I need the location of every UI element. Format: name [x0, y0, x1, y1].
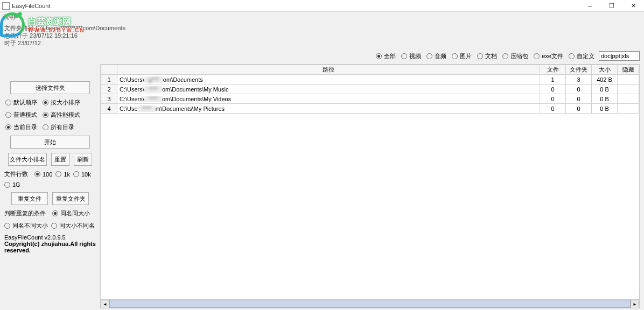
results-table: 路径 文件 文件夹 大小 隐藏 1C:\Users\g***om\Documen… [100, 64, 640, 308]
col-files[interactable]: 文件 [540, 65, 566, 75]
cell-path: C:\Users\g***om\Documents [117, 75, 540, 84]
table-row[interactable]: 1C:\Users\g***om\Documents13402 B [101, 75, 639, 84]
filter-all[interactable]: 全部 [376, 52, 396, 60]
minimize-button[interactable]: ─ [579, 0, 601, 12]
radio-label: 所有目录 [51, 123, 74, 131]
col-path[interactable]: 路径 [117, 65, 540, 75]
row-number: 3 [101, 94, 117, 104]
radio-label: 压缩包 [510, 52, 528, 60]
filter-archive[interactable]: 压缩包 [502, 52, 528, 60]
cell-folders: 0 [566, 84, 592, 94]
app-icon [2, 2, 10, 10]
radio-rows-1k[interactable]: 1k [55, 171, 70, 178]
row-number: 2 [101, 84, 117, 94]
cell-path: C:\Users\****om\Documents\My Videos [117, 94, 540, 104]
filter-video[interactable]: 视频 [401, 52, 421, 60]
info-stat-time: 总统计于 23/07/12 19:21:16 [4, 32, 640, 39]
rows-label: 文件行数 [4, 170, 28, 178]
col-hidden[interactable]: 隐藏 [618, 65, 639, 75]
radio-all-dir[interactable]: 所有目录 [43, 123, 74, 131]
radio-label: 同名同大小 [60, 209, 90, 217]
copyright-text: Copyright(c) zhujiahua.All rights reserv… [4, 241, 96, 253]
maximize-button[interactable]: ☐ [601, 0, 622, 12]
radio-label: 1k [64, 171, 70, 178]
cell-folders: 3 [566, 75, 592, 84]
radio-label: 普通模式 [13, 111, 37, 119]
select-folder-button[interactable]: 选择文件夹 [10, 81, 90, 94]
info-area: 白芸资源网 WWW.52BYW.CN 文件夹路径 C:\Users\******… [0, 22, 644, 51]
radio-label: 全部 [384, 52, 396, 60]
radio-rows-1g[interactable]: 1G [4, 181, 20, 188]
radio-dup-size-diff[interactable]: 同大小不同名 [51, 222, 95, 230]
table-row[interactable]: 4C:\Use****m\Documents\My Pictures000 B [101, 104, 639, 114]
radio-rows-10k[interactable]: 10k [73, 171, 91, 178]
radio-dup-name-size[interactable]: 同名同大小 [52, 209, 90, 217]
close-button[interactable]: ✕ [622, 0, 644, 12]
radio-dup-name-diff[interactable]: 同名不同大小 [4, 222, 48, 230]
row-number: 1 [101, 75, 117, 84]
table-row[interactable]: 2C:\Users\****om\Documents\My Music000 B [101, 84, 639, 94]
cell-files: 0 [540, 94, 566, 104]
radio-normal-mode[interactable]: 普通模式 [5, 111, 37, 119]
radio-label: exe文件 [542, 52, 563, 60]
menu-help[interactable]: 说明 [0, 12, 644, 22]
dup-cond-label: 判断重复的条件 [4, 209, 46, 217]
dup-file-button[interactable]: 重复文件 [11, 192, 48, 205]
radio-label: 视频 [409, 52, 421, 60]
start-button[interactable]: 开始 [10, 136, 90, 149]
radio-label: 音频 [435, 52, 446, 60]
filter-custom[interactable]: 自定义 [569, 52, 594, 60]
radio-label: 按大小排序 [51, 98, 80, 107]
filter-exe[interactable]: exe文件 [534, 52, 563, 60]
radio-label: 同名不同大小 [12, 222, 48, 230]
col-folders[interactable]: 文件夹 [566, 65, 592, 75]
info-time: 时于 23/07/12 [4, 39, 640, 47]
cell-size: 0 B [592, 84, 618, 94]
cell-files: 0 [540, 84, 566, 94]
refresh-button[interactable]: 刷新 [74, 153, 92, 166]
custom-filter-input[interactable] [599, 51, 640, 61]
radio-size-sort[interactable]: 按大小排序 [43, 98, 80, 107]
cell-hidden [618, 104, 639, 114]
cell-size: 402 B [592, 75, 618, 84]
radio-default-sort[interactable]: 默认顺序 [5, 98, 37, 107]
cell-folders: 0 [566, 104, 592, 114]
filter-image[interactable]: 图片 [452, 52, 472, 60]
radio-label: 默认顺序 [13, 98, 37, 107]
radio-label: 高性能模式 [51, 111, 80, 119]
radio-high-mode[interactable]: 高性能模式 [43, 111, 80, 119]
radio-label: 当前目录 [13, 123, 37, 131]
radio-label: 图片 [460, 52, 472, 60]
version-text: EasyFileCount v2.0.9.5 [4, 234, 96, 241]
window-title: EasyFileCount [12, 3, 51, 9]
cell-hidden [618, 84, 639, 94]
cell-path: C:\Use****m\Documents\My Pictures [117, 104, 540, 114]
reset-button[interactable]: 重置 [51, 153, 69, 166]
col-rownum[interactable] [101, 65, 117, 75]
rank-button[interactable]: 文件大小排名 [8, 153, 47, 166]
scroll-right-icon[interactable]: ► [631, 300, 639, 308]
radio-label: 10k [81, 171, 91, 178]
filter-audio[interactable]: 音频 [426, 52, 446, 60]
col-size[interactable]: 大小 [592, 65, 618, 75]
dup-folder-button[interactable]: 重复文件夹 [52, 192, 89, 205]
cell-folders: 0 [566, 94, 592, 104]
info-path: 文件夹路径 C:\Users\******\***com\Documents [4, 24, 640, 32]
cell-size: 0 B [592, 94, 618, 104]
radio-label: 100 [43, 171, 52, 178]
scroll-thumb[interactable] [109, 300, 631, 308]
titlebar: EasyFileCount ─ ☐ ✕ [0, 0, 644, 12]
cell-size: 0 B [592, 104, 618, 114]
cell-path: C:\Users\****om\Documents\My Music [117, 84, 540, 94]
table-row[interactable]: 3C:\Users\****om\Documents\My Videos000 … [101, 94, 639, 104]
scroll-left-icon[interactable]: ◄ [101, 300, 109, 308]
radio-rows-100[interactable]: 100 [34, 171, 52, 178]
row-number: 4 [101, 104, 117, 114]
radio-current-dir[interactable]: 当前目录 [5, 123, 37, 131]
filter-row: 全部 视频 音频 图片 文档 压缩包 exe文件 自定义 [100, 51, 640, 61]
filter-doc[interactable]: 文档 [477, 52, 497, 60]
horizontal-scrollbar[interactable]: ◄ ► [101, 299, 639, 308]
cell-files: 0 [540, 104, 566, 114]
radio-label: 文档 [485, 52, 497, 60]
cell-files: 1 [540, 75, 566, 84]
